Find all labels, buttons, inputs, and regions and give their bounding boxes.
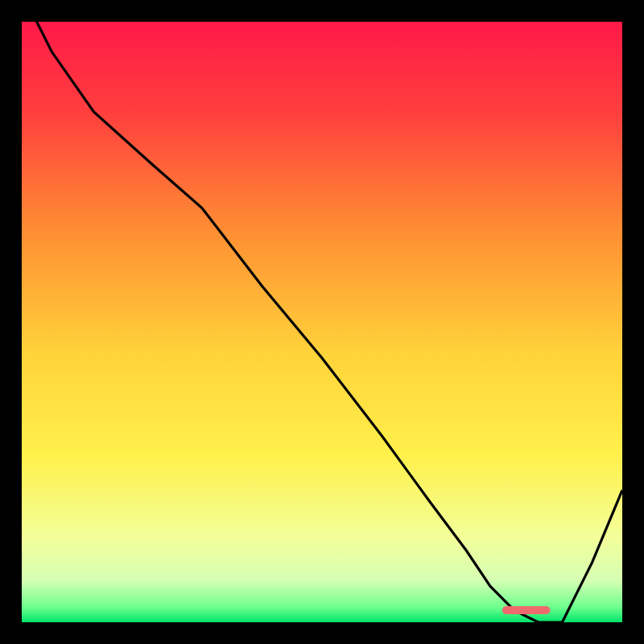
optimal-marker xyxy=(502,606,551,614)
chart-stage: TheBottleneck.com xyxy=(0,0,644,644)
bottleneck-chart xyxy=(0,0,644,644)
heat-gradient xyxy=(22,22,622,622)
